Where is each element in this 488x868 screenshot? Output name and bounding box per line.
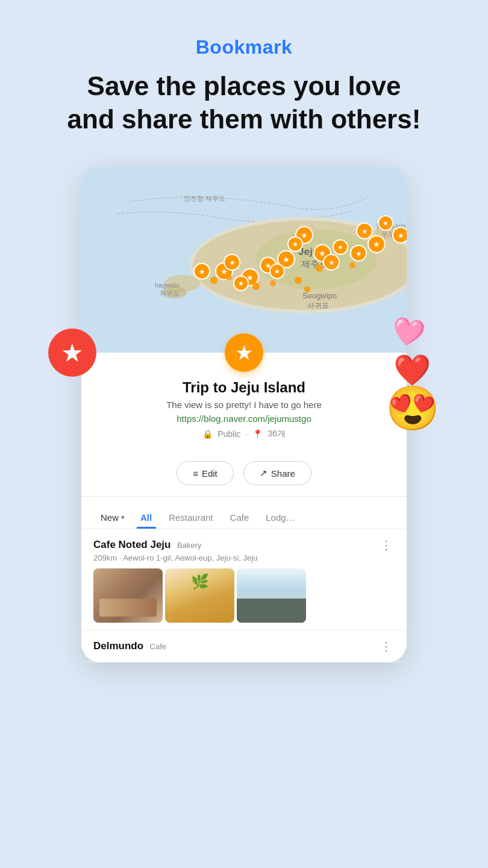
svg-text:★: ★ — [355, 250, 362, 258]
meta-dot: · — [245, 429, 248, 439]
bookmark-center-badge: ★ — [225, 333, 263, 372]
place-header: Cafe Noted Jeju Bakery ⋮ — [93, 539, 395, 551]
svg-text:차귀도: 차귀도 — [160, 289, 180, 297]
svg-text:★: ★ — [238, 280, 244, 287]
trip-title: Trip to Jeju Island — [99, 379, 389, 396]
svg-text:hagwido: hagwido — [155, 281, 180, 289]
more-icon-2[interactable]: ⋮ — [378, 640, 395, 652]
svg-text:서귀포: 서귀포 — [307, 301, 329, 310]
filter-tabs: New ▾ All Restaurant Cafe Lodg… — [81, 504, 407, 529]
location-count: 36개 — [267, 429, 286, 439]
tab-all[interactable]: All — [132, 509, 160, 529]
svg-text:★: ★ — [283, 255, 290, 264]
svg-text:★: ★ — [328, 259, 335, 267]
photo-1 — [93, 568, 163, 623]
edit-button[interactable]: ≡ Edit — [177, 461, 234, 485]
svg-point-56 — [270, 280, 276, 286]
edit-label: Edit — [202, 468, 217, 479]
svg-point-55 — [226, 274, 232, 280]
map-area: 인천항·제주도 Jejudo 제주도 Seogwipo 서귀포 Wudo Isl… — [81, 166, 407, 353]
location-icon: 📍 — [252, 429, 263, 439]
place-item: Cafe Noted Jeju Bakery ⋮ 209km · Aewol-r… — [81, 529, 407, 631]
page-label: Bookmark — [196, 36, 293, 58]
place-item-2: Delmundo Cafe ⋮ — [81, 631, 407, 662]
place-name-row-2: Delmundo Cafe — [93, 640, 166, 652]
share-button[interactable]: ↗ Share — [243, 461, 311, 485]
place-list: Cafe Noted Jeju Bakery ⋮ 209km · Aewol-r… — [81, 529, 407, 662]
trip-meta: 🔒 Public · 📍 36개 — [99, 429, 389, 439]
share-icon: ↗ — [260, 468, 267, 479]
trip-desc: The view is so pretty! I have to go here — [99, 400, 389, 410]
svg-text:Seogwipo: Seogwipo — [302, 291, 337, 300]
share-label: Share — [271, 468, 295, 479]
chevron-down-icon: ▾ — [121, 514, 125, 521]
headline: Save the places you love and share them … — [43, 69, 445, 136]
place-photos — [93, 568, 395, 623]
float-star-badge: ★ — [48, 329, 96, 377]
svg-text:★: ★ — [292, 241, 298, 248]
svg-point-53 — [304, 286, 310, 292]
photo-2 — [165, 568, 234, 623]
svg-text:★: ★ — [398, 231, 404, 240]
svg-text:★: ★ — [301, 231, 308, 240]
place-name: Cafe Noted Jeju — [93, 539, 170, 550]
star-icon: ★ — [61, 338, 84, 368]
svg-text:★: ★ — [373, 240, 380, 249]
more-icon[interactable]: ⋮ — [378, 539, 395, 551]
svg-point-58 — [349, 262, 355, 268]
new-label: New — [101, 512, 119, 523]
svg-text:★: ★ — [337, 244, 343, 251]
card-content: ★ Trip to Jeju Island The view is so pre… — [81, 353, 407, 662]
place-name-row: Cafe Noted Jeju Bakery — [93, 539, 201, 551]
svg-text:★: ★ — [229, 259, 236, 267]
svg-text:★: ★ — [319, 249, 326, 258]
svg-text:★: ★ — [361, 227, 368, 236]
svg-text:인천항·제주도: 인천항·제주도 — [184, 195, 225, 202]
visibility-label: Public — [217, 429, 240, 439]
lock-icon: 🔒 — [202, 429, 213, 439]
float-emoji: 😍 — [386, 383, 440, 434]
svg-text:★: ★ — [274, 268, 280, 275]
edit-icon: ≡ — [193, 468, 198, 479]
tab-lodge[interactable]: Lodg… — [257, 509, 303, 529]
divider — [81, 496, 407, 497]
place-header-2: Delmundo Cafe ⋮ — [93, 640, 395, 652]
svg-text:★: ★ — [199, 268, 205, 276]
filter-new[interactable]: New ▾ — [93, 509, 132, 529]
bookmark-star-icon: ★ — [235, 341, 253, 365]
photo-3 — [237, 568, 306, 623]
place-name-2: Delmundo — [93, 640, 143, 652]
svg-point-57 — [210, 277, 217, 284]
place-category-2: Cafe — [150, 642, 166, 651]
card-actions: ≡ Edit ↗ Share — [81, 461, 407, 485]
float-heart-top: 🩷 — [389, 314, 427, 351]
tab-restaurant[interactable]: Restaurant — [160, 509, 221, 529]
phone-card: 인천항·제주도 Jejudo 제주도 Seogwipo 서귀포 Wudo Isl… — [81, 166, 407, 662]
svg-point-59 — [316, 265, 323, 272]
trip-link[interactable]: https://blog.naver.com/jejumustgo — [99, 414, 389, 424]
tab-cafe[interactable]: Cafe — [222, 509, 258, 529]
place-category: Bakery — [177, 541, 201, 550]
place-address: 209km · Aewol-ro 1-gil, Aewol-eup, Jeju-… — [93, 553, 395, 562]
svg-text:★: ★ — [383, 219, 389, 227]
svg-point-52 — [295, 277, 302, 284]
svg-point-54 — [252, 283, 260, 290]
